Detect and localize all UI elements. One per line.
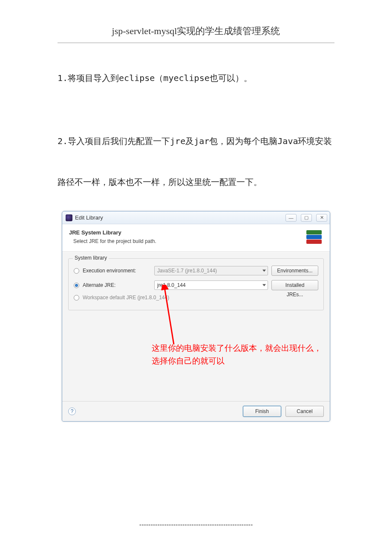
library-icon xyxy=(305,230,323,246)
alternate-jre-combo[interactable]: jre1.8.0_144 xyxy=(154,280,268,290)
dialog-titlebar: Edit Library — ▢ ✕ xyxy=(62,211,330,224)
cancel-button[interactable]: Cancel xyxy=(285,406,324,417)
installed-jres-button[interactable]: Installed JREs... xyxy=(271,280,318,290)
alternate-jre-radio[interactable] xyxy=(74,283,79,288)
document-body: 1.将项目导入到eclipse（myeclipse也可以）。 2.导入项目后我们… xyxy=(58,43,334,422)
workspace-default-label: Workspace default JRE (jre1.8.0_144) xyxy=(83,295,169,301)
minimize-button[interactable]: — xyxy=(285,214,297,222)
workspace-default-radio[interactable] xyxy=(74,295,79,301)
alternate-jre-label: Alternate JRE: xyxy=(83,282,151,288)
chevron-down-icon xyxy=(262,270,266,272)
dialog-subheading: Select JRE for the project build path. xyxy=(69,238,305,244)
execution-environment-row: Execution environment: JavaSE-1.7 (jre1.… xyxy=(74,266,318,276)
annotation-text: 这里你的电脑安装了什么版本，就会出现什么，选择你自己的就可以 xyxy=(152,342,322,368)
execution-environment-radio[interactable] xyxy=(74,268,79,274)
system-library-group: System library Execution environment: Ja… xyxy=(68,258,324,310)
workspace-default-row: Workspace default JRE (jre1.8.0_144) xyxy=(74,295,318,301)
environments-button[interactable]: Environments... xyxy=(271,266,318,276)
maximize-button[interactable]: ▢ xyxy=(301,214,312,222)
close-button[interactable]: ✕ xyxy=(316,214,327,222)
page-title: jsp-servlet-mysql实现的学生成绩管理系统 xyxy=(58,0,334,43)
eclipse-icon xyxy=(66,214,72,221)
chevron-down-icon xyxy=(262,284,266,286)
paragraph-1: 1.将项目导入到eclipse（myeclipse也可以）。 xyxy=(58,69,334,87)
group-label: System library xyxy=(73,255,109,261)
paragraph-2: 2.导入项目后我们先配置一下jre及jar包，因为每个电脑Java环境安装路径不… xyxy=(58,121,334,202)
alternate-jre-value: jre1.8.0_144 xyxy=(157,282,186,288)
finish-button[interactable]: Finish xyxy=(243,406,281,417)
dialog-footer: ? Finish Cancel xyxy=(62,401,330,421)
dialog-title: Edit Library xyxy=(75,214,285,221)
execution-environment-label: Execution environment: xyxy=(83,268,151,274)
dialog-heading: JRE System Library xyxy=(69,229,305,236)
edit-library-dialog: Edit Library — ▢ ✕ JRE System Library Se… xyxy=(62,211,330,422)
execution-environment-combo: JavaSE-1.7 (jre1.8.0_144) xyxy=(154,266,268,275)
alternate-jre-row: Alternate JRE: jre1.8.0_144 Installed JR… xyxy=(74,280,318,290)
help-icon[interactable]: ? xyxy=(68,408,76,415)
dialog-header-panel: JRE System Library Select JRE for the pr… xyxy=(62,224,330,252)
dialog-body: System library Execution environment: Ja… xyxy=(62,252,330,401)
execution-environment-value: JavaSE-1.7 (jre1.8.0_144) xyxy=(157,268,217,274)
page-footer-dashes: ----------------------------------------… xyxy=(0,521,392,529)
